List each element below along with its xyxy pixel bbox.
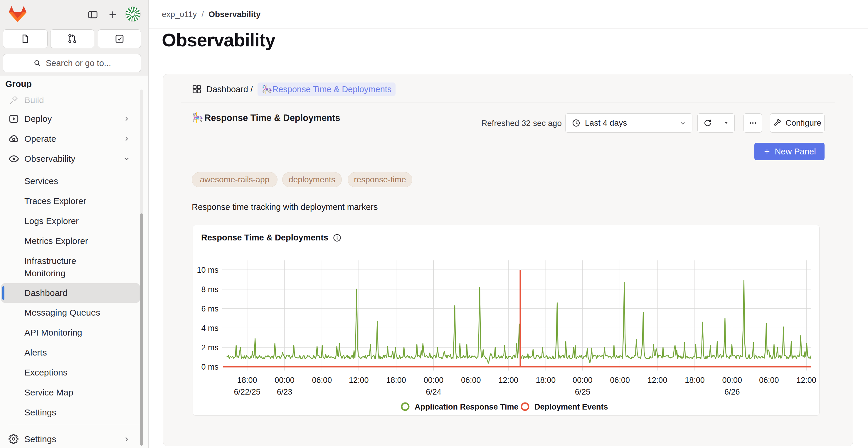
svg-text:6/23: 6/23 [277,387,292,396]
refresh-button[interactable] [698,114,718,132]
svg-text:12:00: 12:00 [796,376,816,385]
avatar[interactable] [125,6,141,22]
sidebar-item-label: Settings [24,434,56,444]
breadcrumb-separator: / [202,10,204,19]
breadcrumb-group-link[interactable]: exp_o11y [162,10,197,19]
hammer-icon [8,94,20,106]
chart-title-row: Response Time & Deployments [201,233,342,243]
sidebar-item-logs-explorer[interactable]: Logs Explorer [0,212,141,230]
tag-badge[interactable]: deployments [282,172,342,187]
tag-badge[interactable]: response-time [348,172,412,187]
panel-toggle-icon[interactable] [87,9,99,21]
sidebar-divider [8,425,141,425]
grid-icon [192,84,202,94]
svg-text:00:00: 00:00 [572,376,593,385]
doc-icon [20,33,31,44]
search-input[interactable]: Search or go to... [3,54,141,72]
refresh-icon [703,118,712,128]
breadcrumb-current-page: Observability [209,10,260,19]
sidebar-item-label: Operate [24,134,56,144]
svg-text:6/25: 6/25 [575,387,590,396]
issues-shortcut-button[interactable] [3,29,48,48]
sidebar-item-exceptions[interactable]: Exceptions [0,363,141,382]
clock-icon [571,118,581,128]
sidebar-item-settings[interactable]: Settings [0,430,141,448]
chevron-right-icon [123,115,130,123]
ellipsis-icon [748,118,757,128]
search-placeholder: Search or go to... [46,58,111,68]
response-time-chart[interactable]: 0 ms2 ms4 ms6 ms8 ms10 ms18:006/22/2500:… [193,252,820,416]
sidebar-item-deploy[interactable]: Deploy [0,109,141,129]
svg-text:18:00: 18:00 [685,376,705,385]
sidebar-item-infrastructure-monitoring[interactable]: Infrastructure Monitoring [0,252,141,283]
svg-text:18:00: 18:00 [386,376,406,385]
sidebar-item-service-map[interactable]: Service Map [0,383,141,402]
sidebar-item-api-monitoring[interactable]: API Monitoring [0,323,141,342]
carousel-emoji: 🎠 [192,112,204,123]
sidebar-item-traces-explorer[interactable]: Traces Explorer [0,192,141,211]
chevron-down-icon [123,155,130,163]
sidebar-scrollbar-thumb[interactable] [140,214,143,446]
dashboard-divider [181,102,835,102]
svg-text:10 ms: 10 ms [197,266,218,275]
svg-text:18:00: 18:00 [536,376,556,385]
dashboard-breadcrumb: Dashboard / 🎠Response Time & Deployments [192,83,396,96]
active-item-indicator [2,286,4,300]
svg-text:06:00: 06:00 [610,376,630,385]
tag-badge[interactable]: awesome-rails-app [192,172,278,187]
sidebar-item-build[interactable]: Build [0,90,141,110]
chart-title: Response Time & Deployments [201,233,328,243]
page-title: Observability [162,29,275,51]
svg-text:0 ms: 0 ms [201,362,218,372]
svg-text:00:00: 00:00 [722,376,742,385]
sidebar-nav-scroll: Build Deploy Operat [0,88,148,448]
configure-button[interactable]: Configure [770,113,825,133]
plus-icon [763,148,771,156]
svg-text:6/24: 6/24 [426,387,441,396]
dashboard-breadcrumb-root[interactable]: Dashboard / [207,85,253,94]
sidebar-item-operate[interactable]: Operate [0,129,141,149]
svg-text:00:00: 00:00 [424,376,444,385]
sidebar-item-messaging-queues[interactable]: Messaging Queues [0,303,141,322]
chart-panel: Response Time & Deployments 0 ms2 ms4 ms… [193,225,819,416]
gitlab-logo-icon[interactable] [8,5,27,24]
svg-text:6/26: 6/26 [724,387,740,396]
svg-text:06:00: 06:00 [759,376,779,385]
svg-text:Deployment Events: Deployment Events [534,403,608,411]
sidebar-item-settings-sub[interactable]: Settings [0,403,141,422]
info-icon[interactable] [332,233,342,243]
svg-text:12:00: 12:00 [648,376,668,385]
svg-text:06:00: 06:00 [461,376,481,385]
refresh-options-button[interactable] [718,114,734,132]
chevron-down-icon [679,119,687,127]
sidebar-item-label: Build [24,95,44,105]
sidebar-item-label: Deploy [24,114,52,124]
new-panel-button[interactable]: New Panel [754,143,825,160]
refreshed-status: Refreshed 32 sec ago [481,119,561,128]
svg-text:12:00: 12:00 [498,376,518,385]
sidebar-item-metrics-explorer[interactable]: Metrics Explorer [0,232,141,250]
plus-icon[interactable] [107,9,119,21]
time-range-dropdown[interactable]: Last 4 days [565,113,692,133]
active-item-background [1,283,140,303]
todo-check-icon [114,33,125,44]
svg-text:6/22/25: 6/22/25 [234,387,260,396]
chevron-right-icon [123,436,130,443]
time-range-value: Last 4 days [585,118,627,128]
dashboard-title: Response Time & Deployments [205,113,340,123]
sidebar-item-services[interactable]: Services [0,172,141,191]
merge-requests-shortcut-button[interactable] [50,29,94,48]
app-window: Search or go to... Group Build De [0,0,868,448]
sidebar-item-observability[interactable]: Observability [0,149,141,169]
sidebar-item-dashboard[interactable]: Dashboard [0,283,141,303]
todo-shortcut-button[interactable] [98,29,141,48]
svg-text:00:00: 00:00 [275,376,294,385]
refresh-split-button [698,113,735,133]
svg-text:2 ms: 2 ms [201,343,218,352]
svg-text:18:00: 18:00 [237,376,257,385]
dashboard-breadcrumb-current-chip[interactable]: 🎠Response Time & Deployments [257,83,396,96]
sidebar-item-alerts[interactable]: Alerts [0,343,141,362]
more-actions-button[interactable] [744,113,762,133]
tools-icon [773,119,782,127]
configure-label: Configure [785,118,821,128]
